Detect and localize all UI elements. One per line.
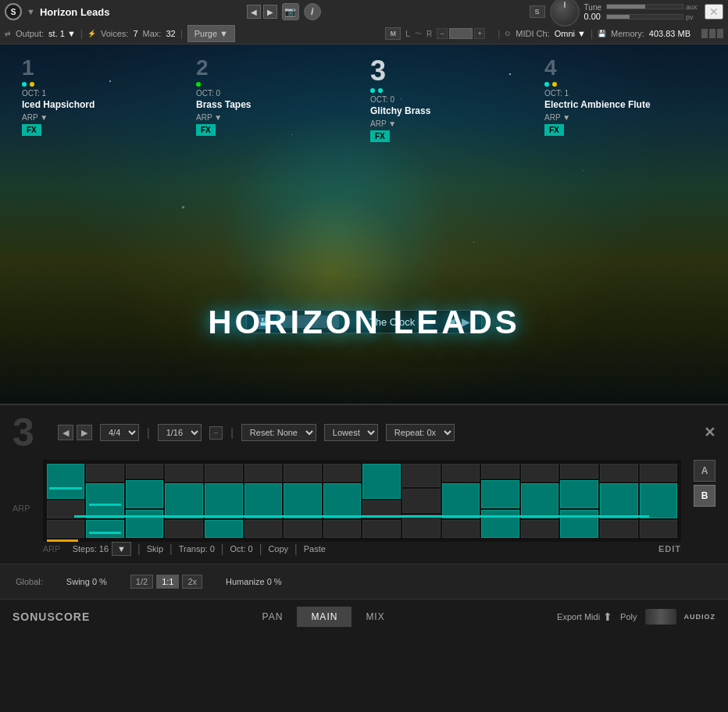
time-sig-select[interactable]: 4/4	[100, 424, 139, 441]
output-icon: ⇄	[5, 30, 11, 37]
midi-label: MIDI Ch:	[516, 29, 549, 38]
transp-label: Transp: 0	[179, 544, 215, 554]
steps-control: Steps: 16 ▼	[73, 542, 131, 556]
step-6[interactable]	[244, 464, 283, 538]
memory-value: 403.83 MB	[649, 29, 691, 38]
step-12[interactable]	[481, 464, 519, 538]
copy-btn[interactable]: Copy	[268, 544, 288, 554]
inst-2-fx-btn[interactable]: FX	[196, 124, 216, 136]
step-11[interactable]	[442, 464, 480, 538]
purge-btn[interactable]: Purge ▼	[187, 25, 235, 42]
sep-5: |	[294, 543, 298, 555]
b-btn[interactable]: B	[694, 485, 716, 507]
lr-slider[interactable]	[449, 28, 473, 39]
step-seq-container: ARP	[12, 460, 716, 556]
tune-knob[interactable]	[550, 0, 580, 27]
step-8[interactable]	[323, 464, 362, 538]
slider-row-1: aux	[606, 3, 700, 11]
minus-btn[interactable]: −	[437, 28, 448, 39]
step-14[interactable]	[560, 464, 598, 538]
humanize-control: Humanize 0 %	[226, 577, 282, 586]
note-div-select[interactable]: 1/16	[158, 424, 202, 441]
inst-2-arp-btn[interactable]: ARP ▼	[196, 113, 222, 122]
midi-value[interactable]: Omni ▼	[555, 29, 586, 38]
instrument-slot-4[interactable]: 4 OCT: 1 Electric Ambience Flute ARP ▼ F…	[538, 52, 712, 147]
aux-label: aux	[686, 3, 700, 11]
instrument-slot-3[interactable]: 3 OCT: 0 Glitchy Brass ARP ▼ FX	[364, 52, 538, 147]
repeat-select[interactable]: Repeat: 0x	[386, 424, 455, 441]
step-seq-grid	[43, 460, 681, 542]
ratio-half-btn[interactable]: 1/2	[130, 575, 153, 589]
tune-area: S Tune 0.00 aux	[530, 0, 700, 27]
inst-4-dots	[544, 82, 706, 87]
step-7[interactable]	[284, 464, 322, 538]
plus-btn[interactable]: +	[474, 28, 485, 39]
steps-dropdown-btn[interactable]: ▼	[112, 542, 131, 556]
camera-btn[interactable]: 📷	[282, 3, 299, 20]
inst-4-arp-btn[interactable]: ARP ▼	[544, 113, 570, 122]
close-btn[interactable]: ✕	[705, 4, 723, 20]
edit-btn[interactable]: EDIT	[658, 544, 681, 554]
inst-1-oct: OCT: 1	[22, 89, 184, 98]
export-midi-btn[interactable]: Export Midi ⬆	[557, 611, 612, 623]
main-btn[interactable]: MAIN	[297, 607, 352, 627]
ab-group: A B	[694, 460, 716, 556]
global-row: Global: Swing 0 % 1/2 1:1 2x Humanize 0 …	[0, 564, 728, 599]
a-btn[interactable]: A	[694, 460, 716, 482]
tune-slider-1[interactable]	[606, 4, 683, 9]
sep-3: |	[221, 543, 224, 555]
inst-1-dots	[22, 82, 184, 87]
inst-3-num: 3	[370, 57, 532, 85]
lr-controls: − +	[437, 28, 485, 39]
mix-btn[interactable]: MIX	[352, 607, 398, 627]
s-button[interactable]: S	[530, 5, 545, 18]
step-3[interactable]	[126, 464, 164, 538]
prev-preset-btn[interactable]: ◀	[247, 5, 261, 19]
next-preset-btn[interactable]: ▶	[263, 5, 277, 19]
inst-4-fx-btn[interactable]: FX	[544, 124, 564, 136]
skip-label[interactable]: Skip	[147, 544, 163, 554]
pan-btn[interactable]: PAN	[248, 607, 298, 627]
max-value: 32	[166, 29, 175, 38]
inst-3-arp-btn[interactable]: ARP ▼	[370, 119, 396, 128]
step-5[interactable]	[205, 464, 243, 538]
instrument-slot-2[interactable]: 2 OCT: 0 Brass Tapes ARP ▼ FX	[190, 52, 364, 147]
step-2[interactable]	[86, 464, 124, 538]
ratio-2x-btn[interactable]: 2x	[182, 575, 202, 589]
reset-select[interactable]: Reset: None	[241, 424, 316, 441]
step-1[interactable]	[47, 464, 85, 538]
tune-slider-2[interactable]	[606, 14, 683, 20]
info-btn[interactable]: i	[304, 3, 321, 20]
instrument-dropdown-arrow[interactable]: ▼	[27, 7, 35, 16]
arp-next-btn[interactable]: ▶	[77, 425, 92, 440]
instrument-slot-1[interactable]: 1 OCT: 1 Iced Hapsichord ARP ▼ FX	[16, 52, 190, 147]
inst-1-arp-btn[interactable]: ARP ▼	[22, 113, 48, 122]
poly-label: Poly	[620, 612, 637, 621]
sep-4: |	[259, 543, 262, 555]
arp-prev-btn[interactable]: ◀	[58, 425, 73, 440]
step-10[interactable]	[402, 464, 441, 538]
arp-side-label: ARP	[12, 460, 37, 556]
midi-icon: ⊙	[505, 30, 511, 37]
horizon-leads-title: HORIZON LEADS	[208, 304, 520, 341]
main-visual: 1 OCT: 1 Iced Hapsichord ARP ▼ FX 2 OCT:…	[0, 44, 728, 404]
ratio-1-1-btn[interactable]: 1:1	[156, 575, 179, 589]
note-div-mode-btn[interactable]: ··	[209, 426, 223, 440]
step-15[interactable]	[600, 464, 638, 538]
inst-3-fx-btn[interactable]: FX	[370, 130, 390, 142]
step-13[interactable]	[521, 464, 559, 538]
steps-label: Steps: 16	[73, 544, 109, 554]
m-button[interactable]: M	[385, 27, 401, 40]
step-9[interactable]	[362, 464, 401, 538]
paste-btn[interactable]: Paste	[304, 544, 326, 554]
lowest-select[interactable]: Lowest	[324, 424, 378, 441]
step-16[interactable]	[640, 464, 678, 538]
output-value[interactable]: st. 1 ▼	[48, 29, 76, 38]
preset-nav-group: ◀ ▶	[247, 5, 277, 19]
step-4[interactable]	[165, 464, 203, 538]
inst-1-fx-btn[interactable]: FX	[22, 124, 41, 136]
memory-icon: 💾	[598, 30, 606, 37]
arp-divider-1: |	[147, 426, 150, 439]
arp-close-btn[interactable]: ✕	[704, 424, 716, 441]
pv-label: pv	[686, 13, 700, 21]
